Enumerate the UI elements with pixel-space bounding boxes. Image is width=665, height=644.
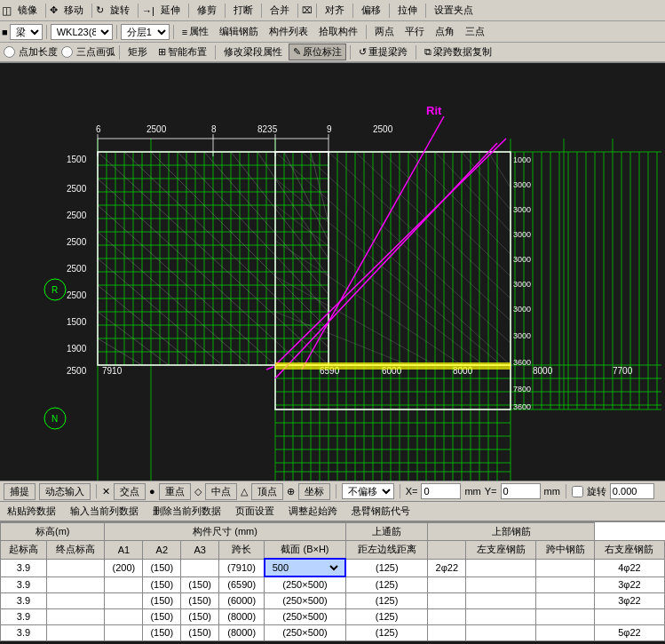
move-button[interactable]: 移动 [59,2,88,19]
rotate-checkbox[interactable] [572,486,583,497]
separator [91,4,92,18]
svg-text:3000: 3000 [513,180,531,189]
section-cell: (250×500) [265,624,346,640]
section-header: 截面 (B×H) [265,541,346,560]
trim-button[interactable]: 修剪 [193,2,221,19]
separator [352,4,353,18]
dot-add-length-label: 点加长度 [19,45,58,59]
three-point-arc-radio[interactable] [61,46,73,58]
midpoint-button[interactable]: 中点 [205,483,237,500]
svg-text:8000: 8000 [533,366,553,376]
a1-cell [105,592,143,608]
cad-canvas: 6 2500 8 8235 9 2500 1500 2500 2500 2500… [0,63,665,481]
mirror-button[interactable]: 镜像 [13,2,42,19]
section-cell[interactable]: 500 250×500 300×600 [265,559,346,576]
break-button[interactable]: 打断 [229,2,257,19]
dist-cell: (125) [345,624,428,640]
svg-text:2500: 2500 [67,366,87,376]
original-mark-button[interactable]: ✎原位标注 [289,44,346,60]
separator [316,4,317,18]
svg-text:8: 8 [211,124,217,134]
layer-select[interactable]: 分层1 [121,24,170,40]
modify-beam-prop-button[interactable]: 修改梁段属性 [219,44,287,60]
split-icon: ⌧ [302,5,313,15]
status-bar: 捕提 动态输入 ✕ 交点 ● 重点 ◇ 中点 △ 顶点 ⊕ 坐标 不偏移 X= … [0,481,665,502]
point-angle-button[interactable]: 点角 [431,23,459,40]
rotate-label: 旋转 [587,485,606,498]
beam-type-select[interactable]: 梁 [10,24,43,40]
property-button[interactable]: ≡属性 [178,23,213,40]
a1-cell [105,576,143,592]
page-setup-button[interactable]: 页面设置 [232,504,278,519]
cross-point-button[interactable]: 交点 [114,483,146,500]
svg-text:8235: 8235 [257,124,278,134]
cad-drawing-area[interactable]: 6 2500 8 8235 9 2500 1500 2500 2500 2500… [0,63,665,481]
adjust-start-span-button[interactable]: 调整起始跨 [285,504,341,519]
rect-button[interactable]: 矩形 [123,44,152,60]
table-row: 3.9 (150) (150) (8000) (250×500) (125) 5… [1,624,665,640]
top-icon: △ [241,486,248,497]
input-current-col-button[interactable]: 输入当前列数据 [67,504,142,519]
rotate-button[interactable]: 旋转 [106,2,134,19]
a1-header: A1 [105,541,143,560]
merge-button[interactable]: 合并 [265,2,294,19]
offset-select[interactable]: 不偏移 [342,483,394,499]
copy-span-button[interactable]: ⧉梁跨数据复制 [420,44,496,60]
extend-icon: →| [142,5,154,16]
top-point-button[interactable]: 顶点 [251,483,283,500]
paste-span-button[interactable]: 粘贴跨数据 [4,504,59,519]
section-cell: (250×500) [265,576,346,592]
two-point-button[interactable]: 两点 [370,23,399,40]
edit-icon: ✎ [293,46,301,58]
snap-button[interactable]: 捕提 [4,483,36,500]
svg-text:2500: 2500 [67,264,87,274]
a2-cell: (150) [143,624,181,640]
start-mark-cell: 3.9 [1,624,47,640]
endpoint-button[interactable]: 重点 [159,483,191,500]
mid-rebar-cell [536,576,595,592]
table-row: 3.9 (200) (150) (7910) 500 250×500 300×6… [1,559,665,576]
separator [225,4,226,18]
component-list-button[interactable]: 构件列表 [265,23,313,40]
separator [350,45,351,60]
offset-button[interactable]: 偏移 [357,2,385,19]
span-cell: (6000) [219,592,265,608]
pick-component-button[interactable]: 拾取构件 [314,23,362,40]
right-support-cell: 3φ22 [594,576,664,592]
svg-text:Rit: Rit [426,104,442,117]
end-mark-cell [46,608,105,624]
y-input[interactable] [501,483,541,499]
parallel-button[interactable]: 平行 [400,23,429,40]
setpoint-button[interactable]: 设置夹点 [430,2,478,19]
toolbar-row3: 点加长度 三点画弧 矩形 ⊞智能布置 修改梁段属性 ✎原位标注 ↺重提梁跨 ⧉梁… [0,43,665,62]
cantilever-rebar-button[interactable]: 悬臂钢筋代号 [348,504,414,519]
dynamic-input-button[interactable]: 动态输入 [39,483,91,500]
a1-cell: (200) [105,559,143,576]
x-input[interactable] [421,483,461,499]
coord-button[interactable]: 坐标 [298,483,330,500]
separator [119,45,120,60]
re-extract-button[interactable]: ↺重提梁跨 [354,44,412,60]
component-dims-header: 构件尺寸 (mm) [105,523,345,541]
left-support-header: 左支座钢筋 [466,541,536,560]
edit-rebar-button[interactable]: 编辑钢筋 [215,23,263,40]
smart-layout-button[interactable]: ⊞智能布置 [154,44,211,60]
dot-add-length-radio[interactable] [4,46,15,58]
delete-current-col-button[interactable]: 删除当前列数据 [149,504,225,519]
align-button[interactable]: 对齐 [321,2,349,19]
section-select[interactable]: 500 250×500 300×600 [269,561,342,575]
stretch-button[interactable]: 拉伸 [393,2,422,19]
copy-icon: ⧉ [424,46,431,58]
wkl-select[interactable]: WKL23(8A [51,24,113,40]
toolbar-row2: ■ 梁 WKL23(8A 分层1 ≡属性 编辑钢筋 构件列表 拾取构件 两点 平… [0,21,665,43]
span-cell: (7910) [219,559,265,576]
a2-cell: (150) [143,608,181,624]
extend-button[interactable]: 延伸 [156,2,185,19]
three-point-button[interactable]: 三点 [461,23,489,40]
a3-cell: (150) [181,576,219,592]
right-support-header: 右支座钢筋 [594,541,664,560]
toolbar-row1: ◫ 镜像 ✥ 移动 ↻ 旋转 →| 延伸 修剪 打断 合并 ⌧ 对齐 偏移 拉伸… [0,0,665,21]
rotate-input[interactable] [610,483,654,499]
svg-text:9: 9 [327,124,332,134]
table-row: 3.9 (150) (150) (8000) (250×500) (125) [1,608,665,624]
